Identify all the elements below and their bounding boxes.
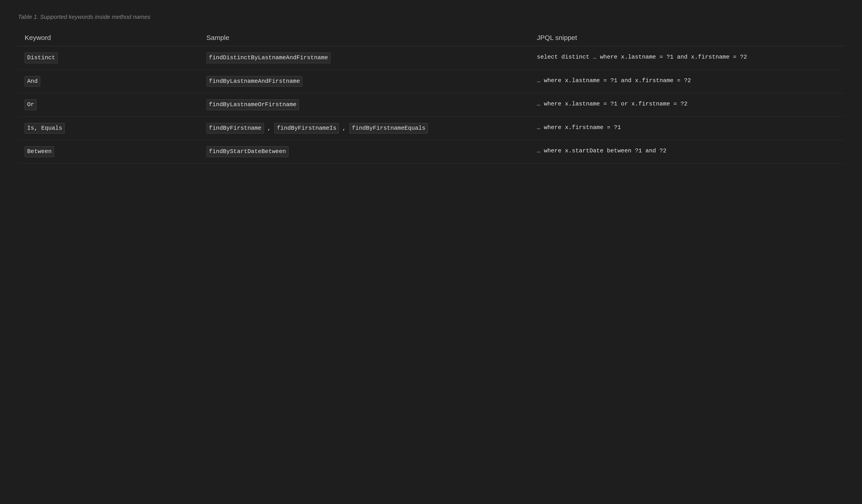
jpql-cell: … where x.lastname = ?1 and x.firstname …	[530, 69, 844, 93]
sample-code: findDistinctByLastnameAndFirstname	[207, 53, 331, 63]
table-row: AndfindByLastnameAndFirstname… where x.l…	[18, 69, 844, 93]
jpql-cell: … where x.firstname = ?1	[530, 117, 844, 140]
keyword-value: Distinct	[25, 53, 58, 63]
sample-cell: findDistinctByLastnameAndFirstname	[200, 46, 530, 70]
keywords-table: Keyword Sample JPQL snippet Distinctfind…	[18, 29, 844, 163]
sample-code: findByStartDateBetween	[207, 146, 288, 157]
table-row: BetweenfindByStartDateBetween… where x.s…	[18, 140, 844, 163]
col-header-sample: Sample	[200, 29, 530, 46]
jpql-cell: … where x.startDate between ?1 and ?2	[530, 140, 844, 163]
keyword-value: And	[25, 76, 40, 87]
keyword-cell: Is, Equals	[18, 117, 200, 140]
keyword-value: Is, Equals	[25, 123, 65, 134]
table-row: OrfindByLastnameOrFirstname… where x.las…	[18, 93, 844, 117]
sample-code: findByFirstnameIs	[274, 123, 339, 134]
keyword-cell: Or	[18, 93, 200, 117]
col-header-keyword: Keyword	[18, 29, 200, 46]
table-header-row: Keyword Sample JPQL snippet	[18, 29, 844, 46]
keyword-cell: And	[18, 69, 200, 93]
sample-cell: findByLastnameAndFirstname	[200, 69, 530, 93]
jpql-cell: … where x.lastname = ?1 or x.firstname =…	[530, 93, 844, 117]
keyword-value: Or	[25, 100, 37, 110]
table-row: DistinctfindDistinctByLastnameAndFirstna…	[18, 46, 844, 70]
col-header-jpql: JPQL snippet	[530, 29, 844, 46]
keyword-cell: Between	[18, 140, 200, 163]
sample-code: findByLastnameAndFirstname	[207, 76, 303, 87]
sample-cell: findByFirstname , findByFirstnameIs , fi…	[200, 117, 530, 140]
table-caption: Table 1. Supported keywords inside metho…	[18, 13, 844, 21]
keyword-cell: Distinct	[18, 46, 200, 70]
keyword-value: Between	[25, 146, 54, 157]
jpql-cell: select distinct … where x.lastname = ?1 …	[530, 46, 844, 70]
sample-cell: findByLastnameOrFirstname	[200, 93, 530, 117]
sample-code: findByLastnameOrFirstname	[207, 100, 299, 110]
sample-code: findByFirstnameEquals	[350, 123, 428, 134]
sample-code: findByFirstname	[207, 123, 264, 134]
table-row: Is, EqualsfindByFirstname , findByFirstn…	[18, 117, 844, 140]
sample-cell: findByStartDateBetween	[200, 140, 530, 163]
